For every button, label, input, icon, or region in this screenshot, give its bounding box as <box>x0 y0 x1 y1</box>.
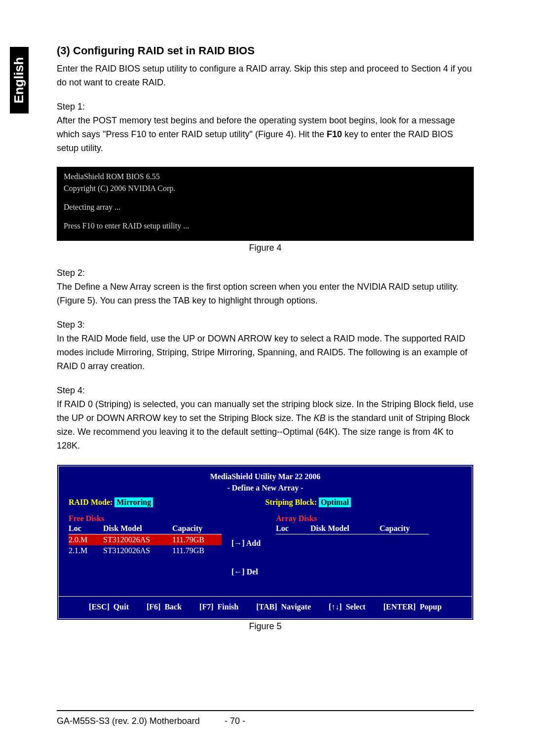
add-del-column: [→] Add [←] Del <box>227 514 276 596</box>
intro-text: Enter the RAID BIOS setup utility to con… <box>57 62 474 90</box>
footer-navigate[interactable]: [TAB] Navigate <box>256 603 311 611</box>
raid-mode-value: Mirroring <box>114 497 153 507</box>
disk-loc: 2.0.M <box>69 535 103 544</box>
free-disks-list[interactable]: 2.0.MST3120026AS111.79GB2.1.MST3120026AS… <box>69 534 227 556</box>
step1-key: F10 <box>327 129 342 139</box>
disk-model: ST3120026AS <box>103 535 172 544</box>
free-col-loc: Loc <box>69 524 103 533</box>
bios-line-1: MediaShield ROM BIOS 6.55 <box>64 171 467 183</box>
raid-header-line2: - Define a New Array - <box>59 483 472 493</box>
striping-block-label: Striping Block: <box>266 498 317 507</box>
step2-label: Step 2: <box>57 268 474 278</box>
language-tab-label: English <box>12 57 27 104</box>
section-title: (3) Configuring RAID set in RAID BIOS <box>57 44 474 57</box>
disk-entry[interactable]: 2.0.MST3120026AS111.79GB <box>69 534 222 545</box>
disks-area: Free Disks Loc Disk Model Capacity 2.0.M… <box>59 512 472 596</box>
raid-mode-field[interactable]: RAID Mode: Mirroring <box>69 497 266 507</box>
step1-text: After the POST memory test begins and be… <box>57 114 474 155</box>
bios-line-3: Detecting array ... <box>64 201 467 213</box>
step1-label: Step 1: <box>57 102 474 112</box>
free-col-model: Disk Model <box>103 524 172 533</box>
step4-label: Step 4: <box>57 385 474 396</box>
array-col-loc: Loc <box>276 524 310 533</box>
raid-header-line1: MediaShield Utility Mar 22 2006 <box>59 471 472 482</box>
raid-utility-screen: MediaShield Utility Mar 22 2006 - Define… <box>57 464 474 620</box>
disk-model: ST3120026AS <box>103 546 172 555</box>
step3-text: In the RAID Mode field, use the UP or DO… <box>57 332 474 374</box>
raid-footer: [ESC] Quit [F6] Back [F7] Finish [TAB] N… <box>59 596 472 618</box>
disk-loc: 2.1.M <box>69 546 103 555</box>
footer-model: GA-M55S-S3 (rev. 2.0) Motherboard <box>57 716 225 726</box>
free-disks-headers: Loc Disk Model Capacity <box>69 523 222 534</box>
footer-finish[interactable]: [F7] Finish <box>199 603 238 611</box>
free-disks-column: Free Disks Loc Disk Model Capacity 2.0.M… <box>69 514 227 596</box>
striping-block-field[interactable]: Striping Block: Optimal <box>266 497 462 507</box>
disk-entry[interactable]: 2.1.MST3120026AS111.79GB <box>69 545 222 556</box>
bios-line-2: Copyright (C) 2006 NVIDIA Corp. <box>64 183 467 194</box>
figure5-caption: Figure 5 <box>57 621 474 632</box>
array-disks-column: Array Disks Loc Disk Model Capacity <box>276 514 434 596</box>
step4-text: If RAID 0 (Striping) is selected, you ca… <box>57 398 474 453</box>
bios-line-4: Press F10 to enter RAID setup utility ..… <box>64 220 467 232</box>
footer-back[interactable]: [F6] Back <box>147 603 182 611</box>
striping-block-value: Optimal <box>319 497 351 507</box>
step3-label: Step 3: <box>57 320 474 330</box>
page-footer: GA-M55S-S3 (rev. 2.0) Motherboard - 70 - <box>57 710 474 726</box>
footer-quit[interactable]: [ESC] Quit <box>89 603 129 611</box>
raid-mode-row: RAID Mode: Mirroring Striping Block: Opt… <box>59 495 472 512</box>
language-tab: English <box>10 47 29 113</box>
array-disks-headers: Loc Disk Model Capacity <box>276 523 429 534</box>
footer-select[interactable]: [↑↓] Select <box>329 603 366 611</box>
disk-capacity: 111.79GB <box>172 535 222 544</box>
del-action[interactable]: [←] Del <box>231 567 276 576</box>
disk-capacity: 111.79GB <box>172 546 222 555</box>
footer-popup[interactable]: [ENTER] Popup <box>383 603 442 611</box>
step2-text: The Define a New Array screen is the fir… <box>57 280 474 308</box>
array-disks-list[interactable] <box>276 534 434 574</box>
array-col-cap: Capacity <box>380 524 429 533</box>
bios-console: MediaShield ROM BIOS 6.55 Copyright (C) … <box>57 167 474 241</box>
free-disks-label: Free Disks <box>69 514 227 523</box>
page: English (3) Configuring RAID set in RAID… <box>0 0 533 756</box>
figure4-caption: Figure 4 <box>57 243 474 253</box>
footer-page-number: - 70 - <box>225 716 254 726</box>
raid-header: MediaShield Utility Mar 22 2006 - Define… <box>59 466 472 495</box>
content-area: (3) Configuring RAID set in RAID BIOS En… <box>57 44 474 646</box>
array-col-model: Disk Model <box>310 524 380 533</box>
step4-italic: KB <box>314 413 326 423</box>
add-action[interactable]: [→] Add <box>231 539 276 548</box>
raid-mode-label: RAID Mode: <box>69 498 113 507</box>
array-disks-label: Array Disks <box>276 514 434 523</box>
free-col-cap: Capacity <box>172 524 222 533</box>
